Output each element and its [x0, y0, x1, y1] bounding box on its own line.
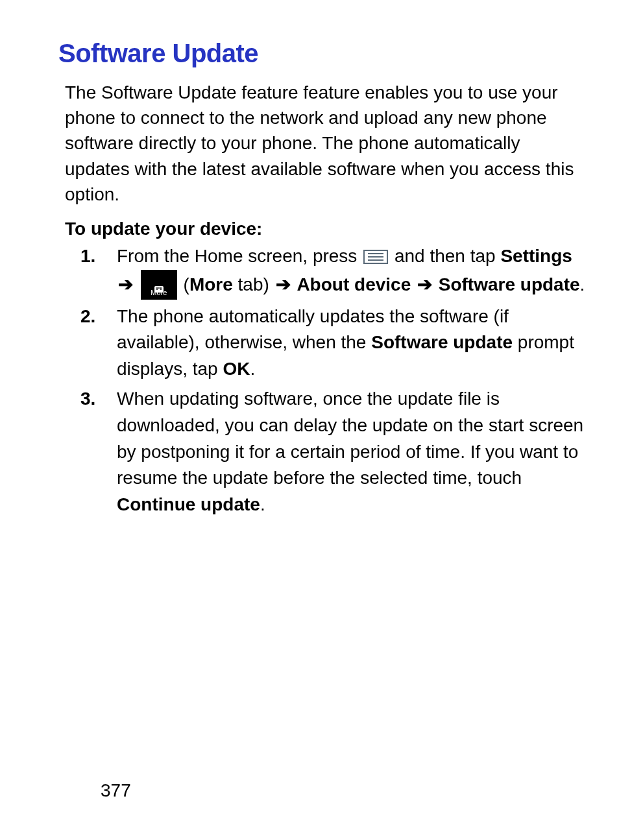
step-2: The phone automatically updates the soft…	[65, 304, 587, 383]
step1-end: .	[580, 274, 585, 294]
arrow-icon: ➔	[417, 272, 432, 298]
step-1: From the Home screen, press and then tap…	[65, 243, 587, 300]
step1-text-2: and then tap	[389, 246, 500, 266]
step3-text-1: When updating software, once the update …	[117, 389, 583, 488]
step3-end: .	[260, 494, 265, 514]
step1-text-3: (	[178, 274, 189, 294]
more-bold: More	[189, 274, 233, 294]
manual-page: Software Update The Software Update feat…	[0, 0, 619, 840]
software-update-label: Software update	[439, 274, 580, 294]
instruction-subheading: To update your device:	[65, 219, 587, 239]
page-title: Software Update	[58, 39, 587, 68]
ok-label: OK	[223, 359, 250, 379]
more-icon-label: More	[141, 288, 177, 298]
arrow-icon: ➔	[118, 272, 133, 298]
intro-paragraph: The Software Update feature feature enab…	[65, 80, 587, 207]
step2-end: .	[250, 359, 255, 379]
step1-text-4: tab)	[233, 274, 274, 294]
menu-icon	[363, 250, 388, 264]
settings-label: Settings	[500, 246, 572, 266]
arrow-icon: ➔	[276, 272, 291, 298]
software-update-prompt-label: Software update	[371, 332, 513, 352]
about-device-label: About device	[297, 274, 411, 294]
instruction-list: From the Home screen, press and then tap…	[65, 243, 587, 518]
more-tab-icon: More	[141, 270, 177, 300]
page-number: 377	[101, 780, 131, 801]
step-3: When updating software, once the update …	[65, 386, 587, 518]
step1-text-1: From the Home screen, press	[117, 246, 362, 266]
continue-update-label: Continue update	[117, 494, 260, 514]
